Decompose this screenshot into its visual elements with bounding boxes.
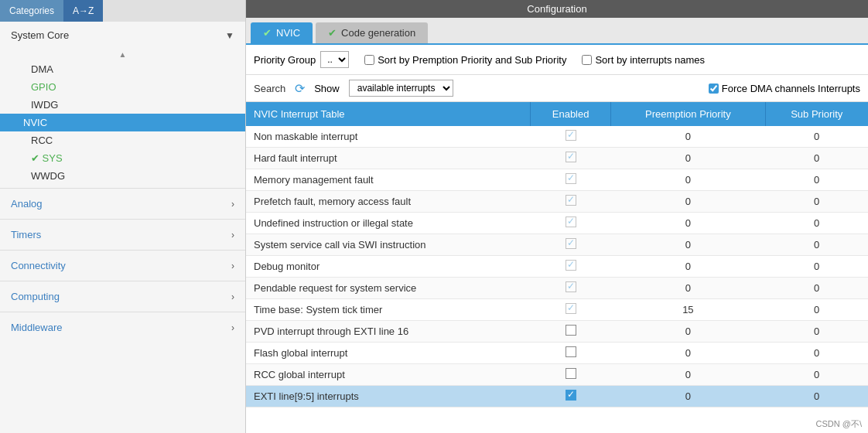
table-header-row: NVIC Interrupt Table Enabled Preemption … [246, 102, 868, 126]
priority-group-control: Priority Group .. 0 1 2 3 4 [254, 51, 349, 68]
system-core-items: DMA GPIO IWDG NVIC RCC ✔ SYS WWDG [0, 60, 245, 188]
scroll-up-arrow: ▲ [0, 49, 245, 60]
sub-priority: 0 [765, 386, 868, 407]
timers-label: Timers [11, 229, 41, 240]
table-row: EXTI line[9:5] interrupts00 [246, 386, 868, 407]
sub-priority: 0 [765, 256, 868, 278]
search-icon[interactable]: ⟳ [295, 81, 305, 96]
interrupt-enabled[interactable] [531, 169, 611, 191]
chevron-right-icon: › [231, 199, 234, 210]
codegen-check-icon: ✔ [328, 27, 337, 39]
interrupt-enabled[interactable] [531, 213, 611, 234]
sub-priority: 0 [765, 299, 868, 321]
sidebar-item-wwdg[interactable]: WWDG [23, 167, 245, 185]
nvic-interrupt-table: NVIC Interrupt Table Enabled Preemption … [246, 102, 868, 407]
config-panel: Configuration ✔ NVIC ✔ Code generation P… [246, 0, 868, 433]
sidebar-category-timers[interactable]: Timers › [0, 219, 245, 250]
sub-priority: 0 [765, 148, 868, 169]
force-dma-checkbox[interactable] [709, 84, 719, 94]
preemption-priority: 0 [611, 148, 765, 169]
system-core-header[interactable]: System Core ▼ [0, 22, 245, 49]
tab-nvic[interactable]: ✔ NVIC [251, 22, 313, 43]
preemption-priority: 0 [611, 386, 765, 407]
nvic-table-container: NVIC Interrupt Table Enabled Preemption … [246, 102, 868, 433]
show-select[interactable]: available interrupts all interrupts [349, 80, 453, 97]
preemption-priority: 15 [611, 299, 765, 321]
table-body: Non maskable interrupt00Hard fault inter… [246, 126, 868, 407]
sidebar-item-rcc[interactable]: RCC [23, 131, 245, 149]
interrupt-enabled[interactable] [531, 191, 611, 213]
sub-priority: 0 [765, 321, 868, 343]
config-tabs: ✔ NVIC ✔ Code generation [246, 18, 868, 45]
sidebar: Categories A→Z System Core ▼ ▲ DMA GPIO … [0, 0, 246, 433]
table-row: Non maskable interrupt00 [246, 126, 868, 148]
interrupt-name: Prefetch fault, memory access fault [246, 191, 531, 213]
sidebar-item-iwdg[interactable]: IWDG [23, 96, 245, 114]
table-row: Memory management fault00 [246, 169, 868, 191]
preemption-priority: 0 [611, 278, 765, 299]
search-row: Search ⟳ Show available interrupts all i… [246, 75, 868, 102]
preemption-priority: 0 [611, 191, 765, 213]
sort-names-checkbox[interactable] [582, 55, 592, 65]
interrupt-enabled[interactable] [531, 234, 611, 256]
force-dma-label: Force DMA channels Interrupts [722, 83, 860, 94]
sub-priority: 0 [765, 169, 868, 191]
analog-label: Analog [11, 198, 42, 210]
tab-nvic-label: NVIC [276, 27, 300, 39]
priority-group-select[interactable]: .. 0 1 2 3 4 [320, 51, 349, 68]
sidebar-item-sys[interactable]: ✔ SYS [23, 149, 245, 167]
interrupt-name: Time base: System tick timer [246, 299, 531, 321]
preemption-priority: 0 [611, 343, 765, 364]
sidebar-category-middleware[interactable]: Middleware › [0, 312, 245, 343]
chevron-right-icon: › [231, 292, 234, 302]
interrupt-name: RCC global interrupt [246, 364, 531, 386]
preemption-priority: 0 [611, 321, 765, 343]
sub-priority: 0 [765, 234, 868, 256]
table-row: Pendable request for system service00 [246, 278, 868, 299]
table-row: Undefined instruction or illegal state00 [246, 213, 868, 234]
interrupt-name: Undefined instruction or illegal state [246, 213, 531, 234]
chevron-right-icon: › [231, 322, 234, 333]
interrupt-enabled[interactable] [531, 343, 611, 364]
sub-priority: 0 [765, 191, 868, 213]
tab-code-generation[interactable]: ✔ Code generation [316, 22, 428, 43]
config-title: Configuration [246, 0, 868, 18]
sidebar-item-gpio[interactable]: GPIO [23, 78, 245, 96]
computing-label: Computing [11, 291, 60, 302]
preemption-priority: 0 [611, 256, 765, 278]
sidebar-category-connectivity[interactable]: Connectivity › [0, 250, 245, 281]
interrupt-enabled[interactable] [531, 256, 611, 278]
interrupt-enabled[interactable] [531, 278, 611, 299]
interrupt-enabled[interactable] [531, 364, 611, 386]
preemption-priority: 0 [611, 234, 765, 256]
sidebar-category-analog[interactable]: Analog › [0, 188, 245, 219]
connectivity-label: Connectivity [11, 260, 66, 271]
sidebar-category-computing[interactable]: Computing › [0, 281, 245, 312]
interrupt-enabled[interactable] [531, 148, 611, 169]
chevron-right-icon: › [231, 261, 234, 271]
show-label: Show [314, 83, 340, 94]
tab-categories[interactable]: Categories [0, 0, 63, 22]
table-row: Hard fault interrupt00 [246, 148, 868, 169]
controls-row-1: Priority Group .. 0 1 2 3 4 Sort by Prem… [246, 45, 868, 75]
interrupt-enabled[interactable] [531, 386, 611, 407]
sort-premption-text: Sort by Premption Priority and Sub Prior… [378, 54, 566, 66]
sub-priority: 0 [765, 278, 868, 299]
interrupt-name: Pendable request for system service [246, 278, 531, 299]
interrupt-enabled[interactable] [531, 126, 611, 148]
tab-search[interactable]: A→Z [63, 0, 103, 22]
preemption-priority: 0 [611, 169, 765, 191]
sort-premption-checkbox-label[interactable]: Sort by Premption Priority and Sub Prior… [364, 54, 566, 66]
interrupt-enabled[interactable] [531, 321, 611, 343]
sidebar-item-nvic[interactable]: NVIC [0, 114, 245, 131]
priority-group-label: Priority Group [254, 54, 316, 66]
interrupt-enabled[interactable] [531, 299, 611, 321]
col-header-enabled: Enabled [531, 102, 611, 126]
sort-names-checkbox-label[interactable]: Sort by interrupts names [582, 54, 705, 66]
interrupt-name: Non maskable interrupt [246, 126, 531, 148]
table-row: Prefetch fault, memory access fault00 [246, 191, 868, 213]
preemption-priority: 0 [611, 213, 765, 234]
chevron-down-icon: ▼ [225, 30, 234, 41]
sidebar-item-dma[interactable]: DMA [23, 60, 245, 78]
sort-premption-checkbox[interactable] [364, 55, 374, 65]
